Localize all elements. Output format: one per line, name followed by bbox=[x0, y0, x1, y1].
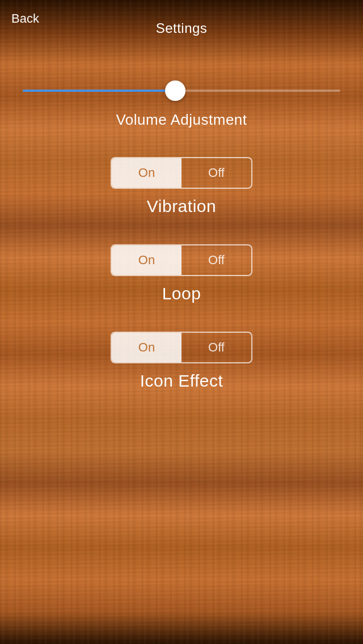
icon-effect-toggle[interactable]: On Off bbox=[111, 332, 252, 363]
slider-track bbox=[23, 90, 340, 92]
vibration-section: On Off Vibration bbox=[111, 157, 252, 216]
loop-label: Loop bbox=[162, 284, 201, 303]
icon-effect-section: On Off Icon Effect bbox=[111, 332, 252, 391]
slider-fill bbox=[23, 90, 175, 92]
header: Back Settings bbox=[0, 0, 363, 45]
loop-off-option[interactable]: Off bbox=[182, 245, 251, 275]
loop-section: On Off Loop bbox=[111, 244, 252, 303]
vibration-label: Vibration bbox=[147, 197, 216, 216]
loop-toggle[interactable]: On Off bbox=[111, 244, 252, 276]
volume-label: Volume Adjustment bbox=[116, 111, 247, 129]
vibration-off-option[interactable]: Off bbox=[182, 158, 251, 188]
volume-slider[interactable] bbox=[23, 79, 340, 102]
volume-section: Volume Adjustment bbox=[23, 79, 340, 129]
vibration-toggle[interactable]: On Off bbox=[111, 157, 252, 189]
icon-effect-label: Icon Effect bbox=[140, 371, 223, 391]
back-button[interactable]: Back bbox=[11, 11, 39, 26]
icon-effect-on-option[interactable]: On bbox=[112, 333, 182, 362]
page-title: Settings bbox=[156, 20, 208, 36]
loop-on-option[interactable]: On bbox=[112, 245, 182, 275]
vibration-on-option[interactable]: On bbox=[112, 158, 182, 188]
icon-effect-off-option[interactable]: Off bbox=[182, 333, 251, 362]
slider-thumb[interactable] bbox=[165, 80, 185, 101]
